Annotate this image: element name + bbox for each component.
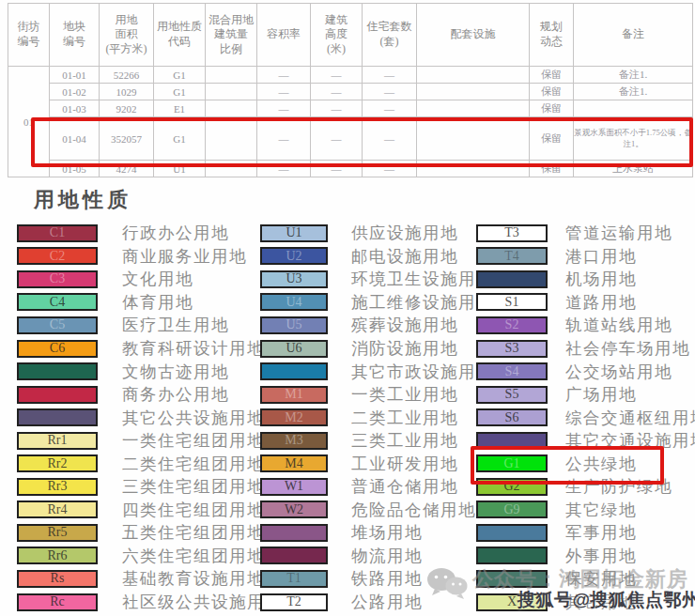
- cell-mix-ratio: [206, 100, 257, 117]
- legend-swatch: G2: [476, 478, 548, 496]
- legend-row: 其它公共设施用地: [17, 406, 283, 429]
- legend-label: 外事用地: [565, 545, 637, 567]
- legend-code: G1: [503, 457, 519, 470]
- legend-swatch: U2: [260, 247, 328, 265]
- legend-row: U5殡葬设施用地: [260, 314, 494, 337]
- legend-code: X: [507, 595, 517, 608]
- legend-label: 公共绿地: [565, 453, 637, 475]
- legend-code: U5: [286, 318, 301, 331]
- legend-code: Rr3: [48, 480, 68, 493]
- header-unit-count: 住宅套数 (套): [363, 4, 417, 67]
- legend-swatch: W2: [260, 500, 328, 518]
- legend-row: Rc社区级公共设施用地: [17, 591, 283, 614]
- legend-label: 行政办公用地: [122, 222, 229, 244]
- cell-building-height: —: [311, 84, 363, 100]
- table-head: 街坊 编号地块 编号用地 面积 (平方米)用地性质 代码混合用地 建筑量 比例容…: [8, 4, 693, 67]
- legend-code: S1: [505, 296, 519, 309]
- legend-code: Rc: [50, 595, 65, 608]
- legend-code: S4: [505, 365, 519, 378]
- legend-row: Rr6六类住宅组团用地: [17, 545, 283, 568]
- cell-building-height: —: [311, 161, 363, 177]
- table-row-01-02: 01-021029G1———保留备注1.: [8, 84, 693, 100]
- legend-swatch: S4: [476, 362, 548, 380]
- cell-mix-ratio: [206, 117, 257, 161]
- legend-swatch: [476, 270, 548, 288]
- cell-use-code: E1: [154, 100, 206, 117]
- legend-swatch: W1: [260, 478, 328, 496]
- legend-swatch: [17, 386, 98, 404]
- legend-row: S5广场用地: [476, 383, 695, 407]
- legend-row: G2生产防护绿地: [476, 475, 695, 499]
- legend-row: M2二类工业用地: [260, 406, 494, 429]
- legend-row: M1一类工业用地: [260, 383, 494, 407]
- cell-area: 1029: [100, 84, 154, 100]
- legend-swatch: T1: [260, 570, 328, 588]
- legend-row: G9其它绿地: [476, 499, 695, 522]
- cell-use-code: U1: [154, 161, 206, 177]
- legend-row: C1行政办公用地: [17, 222, 283, 245]
- legend-code: C4: [50, 296, 65, 309]
- legend-swatch: M2: [260, 408, 328, 426]
- legend-code: T1: [286, 572, 301, 585]
- cell-remarks: 景观水系面积不小于1.75公顷，备注1。: [574, 117, 693, 161]
- cell-building-height: —: [311, 100, 363, 117]
- legend-row: S4公交场站用地: [476, 360, 695, 383]
- legend-label: 教育科研设计用地: [122, 337, 265, 360]
- cell-mix-ratio: [206, 67, 257, 84]
- legend-label: 工业研发用地: [351, 453, 458, 475]
- legend-code: M2: [285, 411, 302, 424]
- legend-row: C6教育科研设计用地: [17, 337, 283, 361]
- legend-label: 五类住宅组团用地: [122, 521, 265, 544]
- cell-unit-count: —: [363, 161, 417, 177]
- legend-swatch: [476, 547, 548, 564]
- header-use-code: 用地性质 代码: [154, 4, 206, 67]
- legend-swatch: Rc: [17, 593, 98, 611]
- legend-swatch: U5: [260, 316, 328, 334]
- legend-label: 三类住宅组团用地: [122, 475, 265, 498]
- legend-label: 殡葬设施用地: [351, 314, 458, 336]
- legend-swatch: C3: [17, 270, 98, 288]
- legend-row: U1供应设施用地: [260, 222, 494, 245]
- legend-code: W1: [285, 480, 303, 493]
- legend-swatch: M1: [260, 386, 328, 404]
- cell-planning-status: 保留: [530, 161, 574, 177]
- table-row-01-04: 01-04352057G1———保留景观水系面积不小于1.75公顷，备注1。: [8, 117, 693, 161]
- legend-swatch: M4: [260, 454, 328, 472]
- legend-code: S5: [505, 388, 519, 401]
- legend-row: 外事用地: [476, 545, 695, 568]
- legend-label: 四类住宅组团用地: [122, 499, 265, 521]
- legend-row: U4施工维修设施用地: [260, 291, 494, 315]
- cell-mix-ratio: [206, 84, 257, 100]
- cell-building-height: —: [311, 117, 363, 161]
- legend-swatch: T2: [260, 593, 328, 611]
- legend-label: 二类工业用地: [351, 407, 458, 429]
- legend-row: T3管道运输用地: [476, 222, 695, 245]
- cell-remarks: 备注1.: [574, 67, 693, 84]
- legend-swatch: S1: [476, 293, 548, 311]
- legend-row: U3环境卫生设施用地: [260, 268, 494, 291]
- legend-column-3: T3管道运输用地T4港口用地机场用地S1道路用地S2轨道站线用地S3社会停车场用…: [476, 222, 695, 613]
- legend-label: 消防设施用地: [351, 337, 458, 360]
- cell-remarks: 备注1.: [574, 84, 693, 100]
- legend-code: U2: [286, 250, 301, 263]
- legend-row: Rs基础教育设施用地: [17, 567, 283, 591]
- legend-swatch: [260, 547, 328, 564]
- legend-label: 商务办公用地: [122, 383, 229, 406]
- legend-code: S3: [505, 342, 519, 355]
- legend-label: 道路用地: [565, 291, 637, 314]
- legend-label: 物流用地: [351, 545, 423, 567]
- legend-label: 六类住宅组团用地: [122, 545, 265, 567]
- header-mix-ratio: 混合用地 建筑量 比例: [206, 4, 257, 67]
- legend-row: W1普通仓储用地: [260, 475, 494, 499]
- legend-label: 其它市政设施用地: [351, 361, 494, 383]
- header-block-no: 街坊 编号: [8, 4, 50, 67]
- legend-label: 环境卫生设施用地: [351, 268, 494, 290]
- legend-swatch: S2: [476, 316, 548, 334]
- legend-code: C6: [50, 342, 65, 355]
- table-row-01-03: 01-039202E1———保留: [8, 100, 693, 117]
- header-far: 容积率: [257, 4, 311, 67]
- legend-swatch: Rr2: [17, 454, 98, 472]
- legend-row: S3社会停车场用地: [476, 337, 695, 361]
- legend-label: 其它交通设施用地: [565, 429, 695, 452]
- cell-unit-count: —: [363, 100, 417, 117]
